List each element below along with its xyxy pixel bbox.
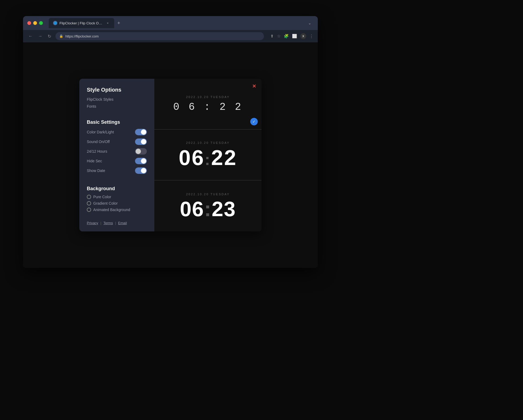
terms-link[interactable]: Terms — [103, 221, 113, 225]
show-date-toggle[interactable] — [135, 167, 147, 174]
clock-3-hours: 06 — [180, 197, 204, 221]
clock-preview-2[interactable]: 2022.10.20 TUESDAY 06:22 — [154, 130, 262, 181]
sound-on-off-row: Sound On/Off — [87, 138, 147, 145]
clock-2-date: 2022.10.20 TUESDAY — [186, 141, 230, 144]
clock-3-minutes: 23 — [212, 197, 236, 221]
privacy-link[interactable]: Privacy — [87, 221, 98, 225]
color-dark-light-toggle[interactable] — [135, 129, 147, 135]
pure-color-option[interactable]: Pure Color — [87, 195, 147, 199]
hours-format-toggle[interactable] — [135, 148, 147, 155]
sep-1: | — [100, 221, 101, 225]
extensions-icon[interactable]: 🧩 — [284, 34, 289, 39]
tab-title: FlipClocker | Flip Clock Online — [59, 21, 102, 25]
browser-titlebar: 🌐 FlipClocker | Flip Clock Online × + ⌄ — [23, 16, 318, 30]
gradient-color-radio[interactable] — [87, 201, 91, 205]
address-bar: ← → ↻ 🔒 https://flipclocker.com ⬆ ☆ 🧩 ⬜ … — [23, 30, 318, 42]
modal-close-button[interactable]: ✕ — [250, 82, 258, 90]
clock-2-colon: : — [205, 151, 211, 168]
clock-1-time: 0 6 : 2 2 — [173, 101, 242, 113]
color-dark-light-row: Color Dark/Light — [87, 129, 147, 135]
browser-content: ✕ Style Options FlipClock Styles Fonts B… — [23, 42, 318, 268]
active-tab[interactable]: 🌐 FlipClocker | Flip Clock Online × — [49, 18, 114, 28]
maximize-window-button[interactable] — [39, 21, 43, 25]
selected-check-badge: ✓ — [250, 118, 258, 125]
back-button[interactable]: ← — [27, 33, 34, 40]
sep-2: | — [115, 221, 116, 225]
settings-modal: ✕ Style Options FlipClock Styles Fonts B… — [79, 79, 262, 231]
sound-on-off-label: Sound On/Off — [87, 140, 110, 144]
minimize-window-button[interactable] — [33, 21, 37, 25]
color-dark-light-label: Color Dark/Light — [87, 130, 114, 134]
gradient-color-option[interactable]: Gradient Color — [87, 201, 147, 205]
clock-3-time: 06:23 — [180, 198, 236, 219]
clock-2-hours: 06 — [179, 146, 205, 170]
clock-3-date: 2022.10.20 TUESDAY — [186, 193, 230, 196]
tab-favicon-icon: 🌐 — [53, 21, 57, 25]
hide-sec-label: Hide Sec — [87, 159, 102, 163]
close-window-button[interactable] — [27, 21, 31, 25]
flipclock-styles-link[interactable]: FlipClock Styles — [87, 97, 147, 102]
hide-sec-toggle[interactable] — [135, 158, 147, 164]
profile-icon[interactable]: X — [300, 33, 306, 39]
bookmark-icon[interactable]: ☆ — [277, 34, 281, 39]
animated-background-label: Animated Background — [93, 208, 130, 212]
tab-menu-button[interactable]: ⌄ — [306, 20, 313, 26]
new-tab-button[interactable]: + — [115, 19, 122, 27]
split-view-icon[interactable]: ⬜ — [292, 34, 297, 39]
url-actions: ⬆ ☆ 🧩 ⬜ X ⋮ — [270, 33, 313, 39]
animated-background-option[interactable]: Animated Background — [87, 208, 147, 212]
refresh-button[interactable]: ↻ — [47, 33, 52, 40]
clock-previews-panel[interactable]: 2022.10.20 TUESDAY 0 6 : 2 2 ✓ 2022.10.2… — [154, 79, 262, 231]
lock-icon: 🔒 — [59, 34, 63, 38]
traffic-lights — [27, 21, 43, 25]
pure-color-label: Pure Color — [93, 195, 111, 199]
fonts-link[interactable]: Fonts — [87, 104, 147, 109]
gradient-color-label: Gradient Color — [93, 201, 118, 205]
url-bar[interactable]: 🔒 https://flipclocker.com — [55, 32, 264, 40]
hours-format-row: 24/12 Hours — [87, 148, 147, 155]
show-date-row: Show Date — [87, 167, 147, 174]
modal-left-panel: Style Options FlipClock Styles Fonts Bas… — [79, 79, 154, 231]
menu-icon[interactable]: ⋮ — [309, 34, 313, 39]
url-text: https://flipclocker.com — [65, 34, 99, 38]
clock-2-minutes: 22 — [211, 146, 237, 170]
browser-window: 🌐 FlipClocker | Flip Clock Online × + ⌄ … — [23, 16, 318, 268]
clock-2-time: 06:22 — [179, 147, 237, 168]
sound-on-off-toggle[interactable] — [135, 138, 147, 145]
tab-close-button[interactable]: × — [106, 21, 110, 25]
pure-color-radio[interactable] — [87, 195, 91, 199]
show-date-label: Show Date — [87, 168, 105, 173]
hide-sec-row: Hide Sec — [87, 158, 147, 164]
background-title: Background — [87, 186, 147, 192]
clock-3-colon: : — [204, 197, 212, 221]
clock-preview-1[interactable]: 2022.10.20 TUESDAY 0 6 : 2 2 ✓ — [154, 79, 262, 130]
animated-background-radio[interactable] — [87, 208, 91, 212]
tab-bar: 🌐 FlipClocker | Flip Clock Online × + — [49, 18, 303, 28]
basic-settings-title: Basic Settings — [87, 119, 147, 125]
footer-links: Privacy | Terms | Email — [87, 216, 147, 225]
hours-format-label: 24/12 Hours — [87, 149, 107, 153]
forward-button[interactable]: → — [37, 33, 43, 40]
email-link[interactable]: Email — [118, 221, 127, 225]
clock-preview-3[interactable]: 2022.10.20 TUESDAY 06:23 — [154, 181, 262, 231]
clock-1-date: 2022.10.20 TUESDAY — [186, 95, 230, 99]
modal-overlay: ✕ Style Options FlipClock Styles Fonts B… — [23, 42, 318, 268]
style-options-title: Style Options — [87, 87, 147, 93]
share-icon[interactable]: ⬆ — [270, 34, 274, 39]
